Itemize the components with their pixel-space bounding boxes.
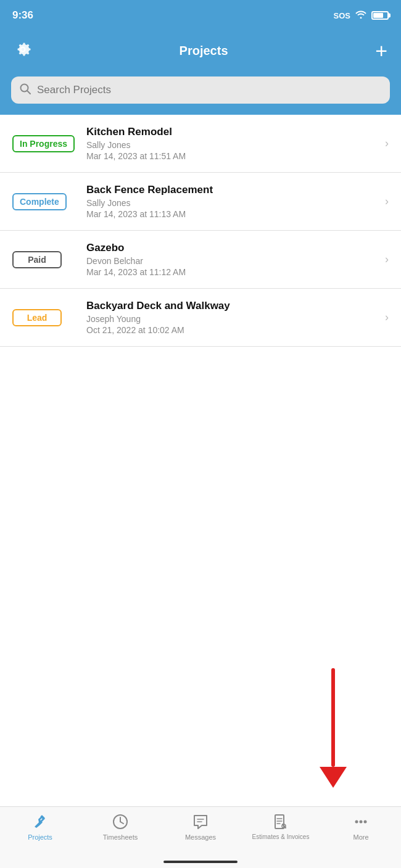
search-input[interactable]: [37, 84, 381, 96]
red-arrow: [320, 668, 347, 788]
chevron-icon: ›: [385, 253, 389, 266]
project-item[interactable]: Paid Gazebo Devon Belchar Mar 14, 2023 a…: [0, 231, 401, 289]
header: Projects +: [0, 31, 401, 70]
project-list: In Progress Kitchen Remodel Sally Jones …: [0, 115, 401, 347]
page-title: Projects: [180, 44, 228, 58]
arrow-head: [320, 767, 347, 788]
settings-button[interactable]: [14, 40, 32, 61]
plus-icon: +: [375, 39, 387, 62]
chevron-icon: ›: [385, 137, 389, 150]
nav-label-messages: Messages: [185, 833, 216, 841]
search-area: [0, 70, 401, 115]
project-item[interactable]: Lead Backyard Deck and Walkway Joseph Yo…: [0, 289, 401, 347]
clock-icon: [112, 813, 129, 830]
battery-icon: [371, 11, 389, 20]
project-person: Sally Jones: [86, 140, 380, 150]
svg-rect-8: [275, 815, 284, 829]
search-icon: [20, 83, 31, 97]
project-info: Kitchen Remodel Sally Jones Mar 14, 2023…: [86, 126, 380, 161]
badge-wrap: In Progress: [12, 135, 80, 152]
project-date: Mar 14, 2023 at 11:12 AM: [86, 267, 380, 277]
project-person: Devon Belchar: [86, 256, 380, 266]
project-person: Joseph Young: [86, 314, 380, 324]
project-name: Back Fence Replacement: [86, 184, 380, 196]
empty-area: [0, 347, 401, 624]
project-date: Oct 21, 2022 at 10:02 AM: [86, 325, 380, 335]
search-bar[interactable]: [11, 76, 390, 104]
project-date: Mar 14, 2023 at 11:51 AM: [86, 151, 380, 161]
svg-point-13: [355, 820, 358, 824]
nav-item-projects[interactable]: Projects: [0, 813, 80, 841]
status-badge: In Progress: [12, 135, 75, 152]
status-badge: Paid: [12, 251, 62, 268]
project-info: Backyard Deck and Walkway Joseph Young O…: [86, 300, 380, 335]
nav-item-estimates[interactable]: Estimates & Invoices: [241, 813, 321, 840]
nav-label-timesheets: Timesheets: [103, 833, 138, 841]
status-badge: Complete: [12, 193, 67, 210]
home-indicator: [163, 861, 238, 863]
project-item[interactable]: Complete Back Fence Replacement Sally Jo…: [0, 173, 401, 231]
nav-label-projects: Projects: [28, 833, 52, 841]
nav-item-messages[interactable]: Messages: [160, 813, 241, 841]
svg-line-5: [120, 822, 123, 824]
wifi-icon: [355, 10, 366, 21]
status-bar: 9:36 SOS: [0, 0, 401, 31]
badge-wrap: Lead: [12, 309, 80, 326]
project-person: Sally Jones: [86, 198, 380, 208]
add-project-button[interactable]: +: [375, 40, 387, 61]
arrow-shaft: [331, 668, 335, 767]
project-name: Kitchen Remodel: [86, 126, 380, 138]
nav-item-timesheets[interactable]: Timesheets: [80, 813, 160, 841]
svg-point-15: [364, 820, 367, 824]
project-name: Backyard Deck and Walkway: [86, 300, 380, 312]
project-info: Gazebo Devon Belchar Mar 14, 2023 at 11:…: [86, 242, 380, 277]
nav-label-more: More: [353, 833, 368, 841]
badge-wrap: Complete: [12, 193, 80, 210]
sos-label: SOS: [334, 11, 350, 20]
status-badge: Lead: [12, 309, 62, 326]
messages-icon: [192, 813, 209, 830]
hammer-icon: [31, 813, 49, 830]
nav-item-more[interactable]: More: [321, 813, 401, 841]
more-icon: [352, 813, 370, 830]
status-right: SOS: [334, 10, 389, 21]
bottom-nav: Projects Timesheets Messages Estimates &…: [0, 806, 401, 868]
status-time: 9:36: [12, 9, 33, 22]
badge-wrap: Paid: [12, 251, 80, 268]
estimates-icon: [272, 813, 289, 830]
project-date: Mar 14, 2023 at 11:13 AM: [86, 209, 380, 219]
chevron-icon: ›: [385, 311, 389, 324]
svg-point-14: [360, 820, 363, 824]
project-info: Back Fence Replacement Sally Jones Mar 1…: [86, 184, 380, 219]
nav-label-estimates: Estimates & Invoices: [252, 833, 310, 840]
project-name: Gazebo: [86, 242, 380, 254]
svg-line-1: [27, 91, 30, 94]
project-item[interactable]: In Progress Kitchen Remodel Sally Jones …: [0, 115, 401, 173]
chevron-icon: ›: [385, 195, 389, 208]
gear-icon: [14, 40, 32, 59]
